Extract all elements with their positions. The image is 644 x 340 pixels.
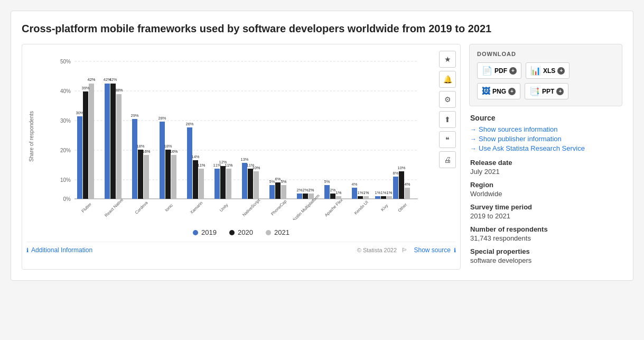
settings-button[interactable]: ⚙ — [439, 91, 456, 108]
ppt-plus-icon: + — [556, 88, 564, 95]
meta-respondents-value: 31,743 respondents — [470, 234, 621, 242]
meta-survey-value: 2019 to 2021 — [470, 212, 621, 220]
svg-rect-82 — [352, 188, 357, 199]
legend-dot-2019 — [193, 230, 198, 235]
svg-rect-26 — [132, 119, 137, 199]
svg-text:30%: 30% — [60, 118, 71, 124]
notification-button[interactable]: 🔔 — [439, 71, 456, 88]
svg-rect-33 — [160, 122, 165, 199]
svg-text:Kivy: Kivy — [380, 203, 389, 212]
show-publisher-info-link[interactable]: → Show publisher information — [470, 135, 621, 143]
share-button[interactable]: ⬆ — [439, 111, 456, 128]
download-png-button[interactable]: 🖼 PNG + — [477, 83, 520, 99]
svg-text:React Native: React Native — [104, 197, 124, 218]
svg-text:Flutter: Flutter — [81, 201, 93, 214]
bookmark-button[interactable]: ★ — [439, 51, 456, 68]
legend-item-2020: 2020 — [229, 228, 253, 236]
ppt-icon: 📑 — [529, 86, 540, 96]
show-sources-info-link[interactable]: → Show sources information — [470, 125, 621, 133]
svg-rect-61 — [269, 185, 275, 199]
legend-item-2019: 2019 — [193, 228, 217, 236]
svg-rect-63 — [281, 185, 286, 199]
source-info-icon: ℹ — [454, 247, 456, 253]
svg-text:1%: 1% — [363, 190, 369, 195]
svg-rect-90 — [381, 196, 386, 199]
svg-text:5%: 5% — [269, 179, 275, 184]
svg-rect-21 — [116, 94, 122, 199]
svg-rect-91 — [387, 196, 392, 199]
svg-text:0%: 0% — [63, 196, 71, 202]
meta-survey-time-period: Survey time period 2019 to 2021 — [470, 203, 621, 220]
show-source-link[interactable]: Show source — [414, 246, 451, 254]
png-icon: 🖼 — [482, 87, 490, 96]
download-title: DOWNLOAD — [477, 51, 614, 57]
svg-text:Cordova: Cordova — [134, 200, 149, 215]
use-ask-statista-link[interactable]: → Use Ask Statista Research Service — [470, 144, 621, 152]
svg-text:20%: 20% — [60, 148, 71, 153]
legend: 2019 2020 2021 — [26, 228, 456, 236]
svg-text:16%: 16% — [142, 149, 150, 154]
download-pdf-button[interactable]: 📄 PDF + — [477, 62, 521, 79]
download-ppt-button[interactable]: 📑 PPT + — [525, 83, 568, 99]
arrow-icon-1: → — [470, 126, 477, 133]
svg-text:11%: 11% — [225, 163, 232, 168]
svg-text:11%: 11% — [197, 163, 205, 168]
svg-text:29%: 29% — [130, 113, 138, 118]
svg-rect-40 — [187, 127, 192, 199]
svg-rect-20 — [110, 84, 116, 199]
svg-text:6%: 6% — [275, 177, 281, 181]
png-label: PNG — [492, 88, 506, 95]
svg-text:30%: 30% — [76, 111, 83, 115]
copyright-text: © Statista 2022 — [357, 247, 397, 253]
meta-release-date-label: Release date — [470, 159, 621, 167]
quote-button[interactable]: ❝ — [439, 131, 456, 148]
additional-info-link[interactable]: Additional Information — [31, 246, 92, 254]
toolbar: ★ 🔔 ⚙ ⬆ ❝ 🖨 — [439, 51, 456, 222]
chart-section: Share of respondents 50% 40% 3 — [22, 44, 461, 270]
legend-label-2019: 2019 — [201, 228, 217, 236]
svg-text:1%: 1% — [381, 190, 387, 195]
svg-text:14%: 14% — [191, 154, 199, 159]
download-xls-button[interactable]: 📊 XLS + — [526, 62, 570, 79]
chart-footer: ℹ Additional Information © Statista 2022… — [26, 242, 456, 254]
svg-rect-76 — [330, 194, 335, 199]
chart-inner: Share of respondents 50% 40% 3 — [26, 51, 456, 222]
legend-dot-2021 — [266, 230, 271, 235]
svg-text:NativeScript: NativeScript — [241, 198, 261, 217]
svg-rect-47 — [214, 169, 220, 199]
svg-text:Ionic: Ionic — [164, 203, 174, 213]
svg-text:2%: 2% — [303, 188, 309, 192]
svg-text:Kendo UI: Kendo UI — [353, 200, 369, 216]
svg-rect-98 — [405, 188, 410, 199]
ppt-label: PPT — [542, 88, 554, 95]
svg-rect-84 — [363, 196, 369, 199]
svg-text:26%: 26% — [185, 122, 193, 126]
svg-rect-96 — [393, 177, 398, 199]
legend-label-2020: 2020 — [238, 228, 253, 236]
y-axis-label: Share of respondents — [26, 111, 36, 162]
svg-text:39%: 39% — [81, 86, 89, 90]
svg-rect-83 — [358, 196, 363, 199]
bar-chart-svg: 50% 40% 30% 20% 10% 0% 30% — [36, 51, 435, 220]
svg-rect-49 — [226, 169, 231, 199]
svg-rect-54 — [242, 163, 247, 199]
svg-rect-34 — [165, 150, 171, 199]
svg-rect-13 — [83, 91, 88, 199]
svg-text:28%: 28% — [158, 116, 166, 121]
svg-text:Other: Other — [397, 202, 408, 213]
svg-text:1%: 1% — [336, 190, 342, 195]
meta-special-value: software developers — [470, 256, 621, 264]
svg-rect-35 — [171, 155, 176, 199]
svg-text:40%: 40% — [60, 88, 71, 94]
svg-text:50%: 50% — [60, 59, 71, 65]
print-button[interactable]: 🖨 — [439, 151, 456, 168]
svg-text:5%: 5% — [281, 179, 287, 184]
meta-respondents-label: Number of respondents — [470, 225, 621, 233]
show-sources-label: Show sources information — [479, 125, 558, 133]
meta-num-respondents: Number of respondents 31,743 respondents — [470, 225, 621, 242]
svg-text:16%: 16% — [170, 149, 178, 154]
info-panel: DOWNLOAD 📄 PDF + 📊 XLS + 🖼 PNG — [469, 44, 622, 270]
meta-survey-label: Survey time period — [470, 203, 621, 211]
copyright-source-section: © Statista 2022 🏳 Show source ℹ — [357, 246, 456, 254]
content-row: Share of respondents 50% 40% 3 — [22, 44, 622, 270]
